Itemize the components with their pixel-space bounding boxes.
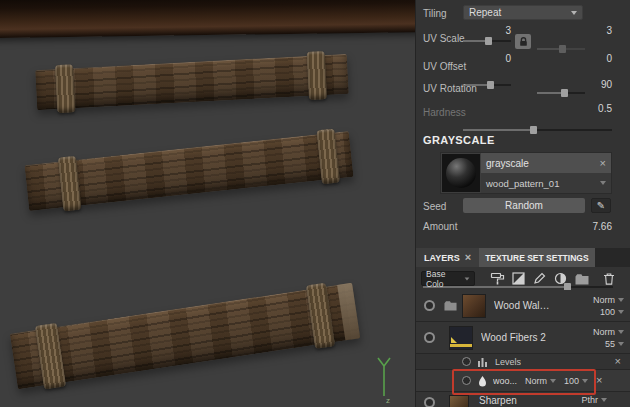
grayscale-slot-row[interactable]: grayscale × <box>481 153 611 173</box>
lock-icon <box>518 36 529 47</box>
close-icon[interactable]: × <box>465 252 471 263</box>
close-icon[interactable]: × <box>596 375 602 386</box>
visibility-toggle[interactable] <box>462 376 471 385</box>
uv-rotation-value[interactable]: 90 <box>566 79 612 90</box>
chevron-down-icon <box>582 379 588 383</box>
blend-mode-value: Pthr <box>581 395 598 405</box>
opacity-dropdown[interactable]: 100 <box>564 376 588 386</box>
paint-drop-icon <box>477 375 488 387</box>
blend-mode-dropdown[interactable]: Norm <box>525 376 556 386</box>
tab-texture-set-settings[interactable]: TEXTURE SET SETTINGS <box>479 248 594 267</box>
layer-row-sharpen[interactable]: Sharpen Pthr <box>416 392 630 407</box>
pen-effect-icon <box>532 271 547 286</box>
blend-mode-dropdown[interactable]: Norm <box>593 327 624 337</box>
visibility-toggle[interactable] <box>462 357 471 366</box>
chevron-down-icon <box>618 330 624 334</box>
tiling-value: Repeat <box>469 7 501 18</box>
rope-wrap <box>307 51 327 100</box>
blend-mode-value: Norm <box>593 295 615 305</box>
close-icon[interactable]: × <box>600 158 606 169</box>
viewport-3d[interactable]: z <box>0 0 415 407</box>
hardness-value: 0.5 <box>566 103 612 114</box>
folder-icon <box>574 272 590 286</box>
layer-thumbnail[interactable] <box>449 326 473 350</box>
pencil-icon: ✎ <box>597 200 605 211</box>
grayscale-thumbnail[interactable] <box>442 154 480 192</box>
effect-row-levels[interactable]: Levels × <box>416 354 630 370</box>
tiling-label: Tiling <box>423 8 447 19</box>
amount-label: Amount <box>423 221 457 232</box>
uv-scale-label: UV Scale <box>423 33 465 44</box>
uv-offset-x-value[interactable]: 0 <box>463 53 511 64</box>
seed-random-label: Random <box>505 200 543 211</box>
wood-plank-1 <box>35 54 349 110</box>
uv-offset-y-slider[interactable] <box>537 89 585 97</box>
chevron-down-icon <box>601 398 607 402</box>
visibility-toggle[interactable] <box>424 300 435 311</box>
material-sphere-preview <box>446 158 476 188</box>
uv-scale-y-value: 3 <box>584 25 612 36</box>
effect-name: Levels <box>495 357 521 367</box>
uv-scale-lock-button[interactable] <box>515 34 531 49</box>
delete-layer-button[interactable] <box>600 270 617 287</box>
chevron-down-icon <box>550 379 556 383</box>
chevron-down-icon <box>600 181 606 185</box>
grayscale-resource-name: wood_pattern_01 <box>486 178 559 189</box>
tab-layers-label: LAYERS <box>424 253 460 263</box>
layer-row-wood-fibers-2[interactable]: Wood Fibers 2 Norm 55 <box>416 322 630 354</box>
mask-icon <box>553 271 568 286</box>
layers-list: Wood Walnut Norm 100 Wood Fibers 2 Norm <box>416 290 630 407</box>
blend-mode-dropdown[interactable]: Pthr <box>581 395 607 405</box>
opacity-value: 100 <box>600 307 615 317</box>
effect-name: woo... <box>493 376 517 386</box>
axis-gizmo[interactable]: z <box>364 350 404 404</box>
layer-thumbnail[interactable] <box>462 294 486 318</box>
trash-icon <box>602 272 616 286</box>
layer-name: Wood Walnut <box>494 300 552 311</box>
chevron-down-icon <box>571 11 577 15</box>
rope-wrap <box>55 64 75 113</box>
seed-edit-button[interactable]: ✎ <box>591 198 611 213</box>
tiling-dropdown[interactable]: Repeat <box>463 5 583 20</box>
hardness-label: Hardness <box>423 107 466 118</box>
layer-thumbnail[interactable] <box>449 395 469 407</box>
uv-rotation-label: UV Rotation <box>423 83 477 94</box>
opacity-dropdown[interactable]: 55 <box>605 339 624 349</box>
seed-label: Seed <box>423 201 446 212</box>
uv-scale-x-value[interactable]: 3 <box>463 25 511 36</box>
blend-mode-dropdown[interactable]: Norm <box>593 295 624 305</box>
seed-random-button[interactable]: Random <box>463 198 585 213</box>
dock-tab-bar: LAYERS × TEXTURE SET SETTINGS <box>416 248 630 267</box>
axis-z-label: z <box>386 396 390 404</box>
layer-name: Wood Fibers 2 <box>481 332 546 343</box>
amount-value[interactable]: 7.66 <box>566 221 612 232</box>
uv-offset-label: UV Offset <box>423 61 466 72</box>
uv-scale-x-slider[interactable] <box>463 37 511 45</box>
add-mask-button[interactable] <box>552 270 569 287</box>
chevron-down-icon <box>618 310 624 314</box>
wood-plank-2 <box>24 131 353 211</box>
add-paint-layer-button[interactable] <box>489 270 506 287</box>
grayscale-resource-row[interactable]: wood_pattern_01 <box>481 173 611 193</box>
close-icon[interactable]: × <box>615 356 621 367</box>
ceiling-wood-beam <box>0 0 415 38</box>
grayscale-section-header: GRAYSCALE <box>423 134 495 146</box>
opacity-value: 100 <box>564 376 579 386</box>
uv-offset-y-value[interactable]: 0 <box>584 53 612 64</box>
visibility-toggle[interactable] <box>424 332 435 343</box>
visibility-toggle[interactable] <box>424 397 435 407</box>
add-group-button[interactable] <box>573 270 590 287</box>
channel-dropdown[interactable]: Base Colo <box>421 271 475 286</box>
plank-wood-surface <box>35 54 349 110</box>
opacity-value: 55 <box>605 339 615 349</box>
add-effect-button[interactable] <box>531 270 548 287</box>
uv-rotation-slider[interactable] <box>463 126 612 134</box>
blend-mode-value: Norm <box>593 327 615 337</box>
add-fill-layer-button[interactable] <box>510 270 527 287</box>
opacity-dropdown[interactable]: 100 <box>600 307 624 317</box>
effect-row-woo[interactable]: woo... Norm 100 × <box>416 370 630 392</box>
fill-layer-icon <box>511 271 526 286</box>
blend-mode-value: Norm <box>525 376 547 386</box>
layer-row-wood-walnut[interactable]: Wood Walnut Norm 100 <box>416 290 630 322</box>
tab-layers[interactable]: LAYERS × <box>416 248 479 267</box>
